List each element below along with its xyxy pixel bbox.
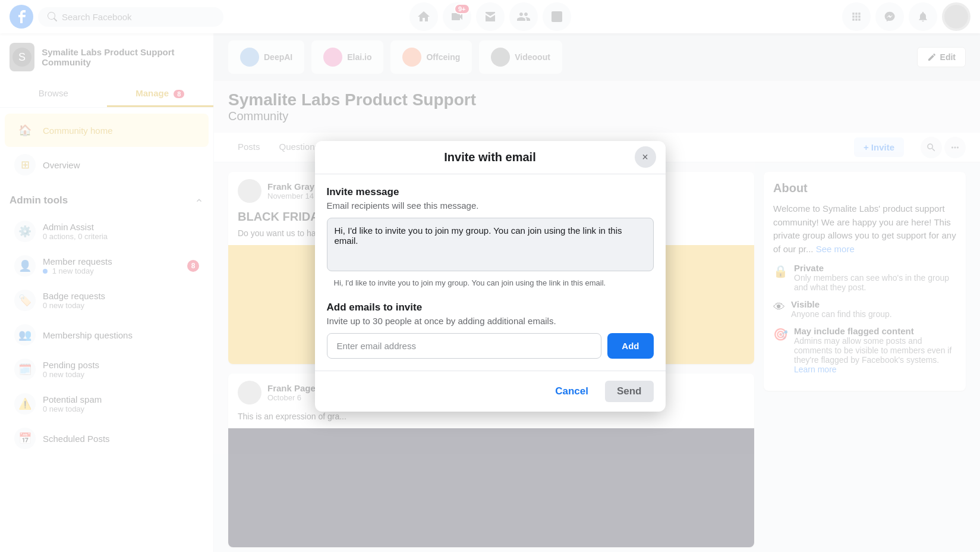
add-email-button[interactable]: Add: [607, 333, 653, 359]
add-emails-section: Add emails to invite Invite up to 30 peo…: [327, 302, 654, 359]
add-emails-title: Add emails to invite: [327, 302, 654, 313]
invite-message-title: Invite message: [327, 186, 654, 198]
modal-header: Invite with email ×: [315, 141, 666, 174]
modal-footer: Cancel Send: [315, 371, 666, 412]
modal-overlay: Invite with email × Invite message Email…: [0, 0, 980, 552]
invite-message-sub: Email recipients will see this message.: [327, 200, 654, 211]
cancel-button[interactable]: Cancel: [546, 381, 598, 402]
email-input[interactable]: [327, 333, 602, 359]
add-emails-sub: Invite up to 30 people at once by adding…: [327, 316, 654, 326]
modal-title: Invite with email: [444, 150, 535, 164]
send-button[interactable]: Send: [605, 381, 654, 402]
message-content: Hi, I'd like to invite you to join my gr…: [327, 276, 654, 290]
email-input-row: Add: [327, 333, 654, 359]
modal-body: Invite message Email recipients will see…: [315, 174, 666, 371]
invite-email-modal: Invite with email × Invite message Email…: [315, 141, 666, 412]
message-default-text: Hi, I'd like to invite you to join my gr…: [327, 276, 654, 290]
modal-close-button[interactable]: ×: [635, 146, 656, 168]
message-textarea[interactable]: [327, 218, 654, 271]
